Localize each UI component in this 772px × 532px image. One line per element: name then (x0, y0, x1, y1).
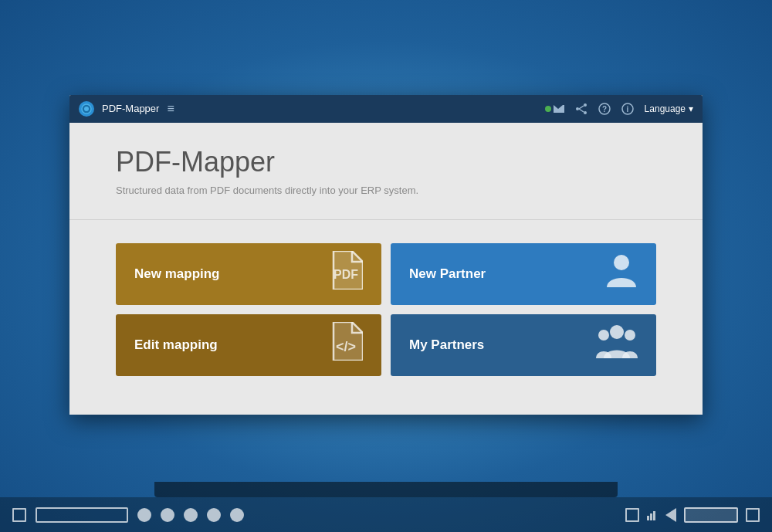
language-button[interactable]: Language ▾ (645, 103, 693, 114)
svg-point-15 (610, 325, 624, 339)
taskbar-dot-1[interactable] (137, 508, 151, 522)
taskbar (0, 497, 772, 532)
taskbar-right (625, 507, 760, 523)
my-partners-label: My Partners (409, 337, 484, 353)
title-bar-left: PDF-Mapper ≡ (79, 101, 174, 117)
svg-point-3 (584, 103, 587, 107)
svg-line-7 (579, 109, 584, 112)
language-label: Language (645, 103, 686, 114)
my-partners-button[interactable]: My Partners (391, 314, 656, 376)
language-arrow-icon: ▾ (689, 103, 693, 114)
page-subtitle: Structured data from PDF documents direc… (116, 185, 656, 196)
svg-point-17 (625, 330, 635, 341)
app-window: PDF-Mapper ≡ (69, 95, 703, 415)
taskbar-dot-5[interactable] (230, 508, 244, 522)
svg-text:</>: </> (336, 339, 356, 354)
svg-point-4 (584, 111, 587, 114)
edit-mapping-button[interactable]: Edit mapping </> (116, 314, 381, 376)
button-grid: New mapping PDF New Partner (116, 243, 656, 376)
edit-mapping-label: Edit mapping (134, 337, 218, 353)
new-partner-label: New Partner (409, 266, 486, 282)
page-title: PDF-Mapper (116, 146, 656, 178)
svg-marker-2 (554, 105, 564, 113)
new-mapping-label: New mapping (134, 266, 220, 282)
svg-rect-20 (653, 511, 655, 520)
taskbar-square-icon[interactable] (12, 508, 26, 522)
taskbar-dot-2[interactable] (161, 508, 174, 522)
svg-text:PDF: PDF (334, 268, 358, 281)
taskbar-end-square-icon[interactable] (746, 508, 760, 522)
title-bar-right: ? i Language ▾ (545, 103, 693, 115)
app-title: PDF-Mapper (102, 103, 159, 114)
app-logo-icon (79, 101, 94, 117)
svg-text:?: ? (602, 105, 607, 114)
group-icon (596, 324, 638, 365)
share-icon[interactable] (575, 103, 587, 114)
header-section: PDF-Mapper Structured data from PDF docu… (69, 123, 703, 220)
pdf-document-icon: PDF (329, 251, 363, 296)
info-icon[interactable]: i (621, 103, 634, 115)
taskbar-signal-icon (647, 510, 658, 520)
person-icon (605, 253, 638, 294)
svg-text:i: i (626, 105, 628, 114)
svg-point-13 (614, 255, 629, 270)
new-mapping-button[interactable]: New mapping PDF (116, 243, 381, 305)
taskbar-window-icon[interactable] (625, 508, 639, 522)
code-document-icon: </> (329, 322, 363, 368)
svg-rect-19 (650, 513, 652, 520)
new-partner-button[interactable]: New Partner (391, 243, 656, 305)
green-dot (545, 106, 551, 112)
help-icon[interactable]: ? (598, 103, 611, 115)
main-content: New mapping PDF New Partner (69, 220, 703, 415)
status-icon (545, 105, 564, 113)
window-shadow (154, 482, 618, 497)
svg-point-16 (598, 330, 609, 341)
taskbar-dot-3[interactable] (184, 508, 198, 522)
svg-rect-18 (647, 516, 649, 520)
taskbar-wide-button[interactable] (684, 507, 738, 523)
taskbar-search-bar[interactable] (36, 507, 128, 523)
svg-point-5 (576, 107, 579, 110)
svg-point-1 (84, 107, 89, 111)
svg-line-6 (579, 106, 584, 109)
taskbar-arrow-icon[interactable] (665, 508, 676, 522)
title-bar: PDF-Mapper ≡ (69, 95, 703, 123)
taskbar-dot-4[interactable] (207, 508, 221, 522)
hamburger-icon[interactable]: ≡ (167, 102, 174, 116)
